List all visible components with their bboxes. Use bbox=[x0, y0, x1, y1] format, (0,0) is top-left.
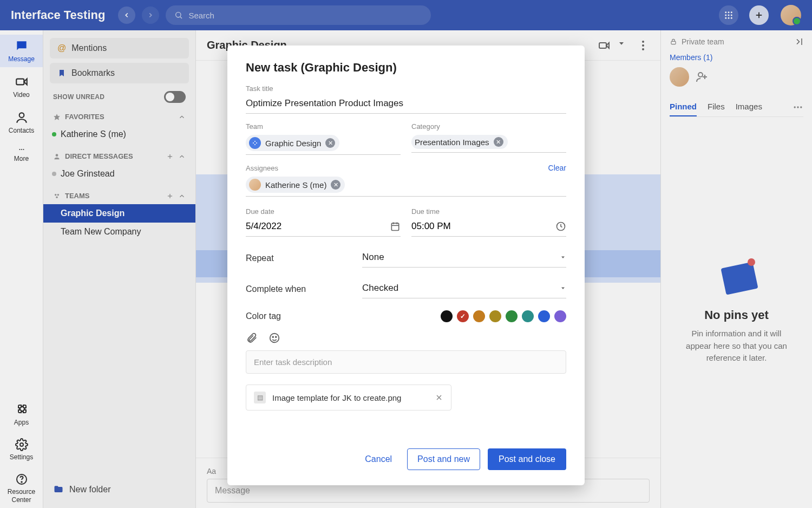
color-swatch[interactable] bbox=[473, 310, 485, 322]
due-time-input[interactable] bbox=[411, 221, 555, 232]
category-chip: Presentation Images ✕ bbox=[411, 135, 508, 149]
emoji-button[interactable] bbox=[269, 332, 280, 344]
svg-point-57 bbox=[272, 336, 273, 337]
description-input[interactable]: Enter task description bbox=[246, 350, 566, 374]
due-time-field[interactable] bbox=[411, 218, 566, 237]
calendar-icon[interactable] bbox=[390, 221, 401, 232]
dropdown-icon bbox=[560, 254, 566, 260]
due-date-label: Due date bbox=[246, 207, 401, 216]
complete-when-select[interactable]: Checked bbox=[362, 279, 566, 298]
team-chip: Graphic Design ✕ bbox=[246, 135, 339, 151]
svg-point-46 bbox=[254, 141, 256, 142]
assignees-label: Assignees bbox=[246, 164, 278, 172]
color-tag-label: Color tag bbox=[246, 311, 441, 321]
color-swatch[interactable] bbox=[522, 310, 534, 322]
team-label: Team bbox=[246, 122, 401, 131]
color-swatch[interactable] bbox=[489, 310, 501, 322]
attachment-name: Image template for JK to create.png bbox=[272, 393, 428, 402]
svg-point-45 bbox=[253, 142, 254, 144]
svg-point-48 bbox=[254, 144, 256, 145]
color-swatch[interactable] bbox=[554, 310, 566, 322]
cancel-button[interactable]: Cancel bbox=[357, 448, 400, 470]
remove-team-chip[interactable]: ✕ bbox=[325, 138, 335, 148]
svg-rect-49 bbox=[391, 223, 398, 230]
complete-when-label: Complete when bbox=[246, 284, 351, 294]
svg-marker-55 bbox=[561, 288, 565, 290]
color-swatches bbox=[441, 310, 566, 322]
assignees-field[interactable]: Katherine S (me) ✕ bbox=[246, 174, 566, 197]
modal-overlay: New task (Graphic Design) Task title Tea… bbox=[0, 0, 812, 508]
due-date-field[interactable] bbox=[246, 218, 401, 237]
team-field[interactable]: Graphic Design ✕ bbox=[246, 133, 401, 155]
assignee-chip: Katherine S (me) ✕ bbox=[246, 177, 345, 193]
clear-assignees-button[interactable]: Clear bbox=[548, 164, 566, 172]
new-task-modal: New task (Graphic Design) Task title Tea… bbox=[227, 45, 585, 485]
attach-button[interactable] bbox=[246, 332, 258, 344]
svg-point-56 bbox=[270, 334, 279, 343]
color-swatch[interactable] bbox=[457, 310, 469, 322]
remove-attachment-button[interactable] bbox=[435, 393, 443, 402]
color-swatch[interactable] bbox=[441, 310, 453, 322]
color-swatch[interactable] bbox=[506, 310, 518, 322]
category-field[interactable]: Presentation Images ✕ bbox=[411, 133, 566, 153]
dropdown-icon bbox=[560, 285, 566, 291]
svg-point-58 bbox=[276, 336, 277, 337]
due-time-label: Due time bbox=[411, 207, 566, 216]
category-label: Category bbox=[411, 122, 566, 131]
task-title-input[interactable] bbox=[246, 95, 566, 114]
remove-category-chip[interactable]: ✕ bbox=[494, 137, 503, 147]
svg-marker-54 bbox=[561, 257, 565, 259]
assignee-avatar bbox=[249, 179, 261, 191]
color-swatch[interactable] bbox=[538, 310, 550, 322]
attachment-item: ▤ Image template for JK to create.png bbox=[246, 385, 451, 411]
remove-assignee-chip[interactable]: ✕ bbox=[331, 180, 340, 190]
post-and-new-button[interactable]: Post and new bbox=[407, 448, 480, 470]
modal-title: New task (Graphic Design) bbox=[246, 61, 566, 75]
task-title-label: Task title bbox=[246, 84, 566, 93]
svg-point-47 bbox=[256, 142, 257, 144]
clock-icon[interactable] bbox=[555, 221, 566, 232]
post-and-close-button[interactable]: Post and close bbox=[488, 448, 566, 470]
file-icon: ▤ bbox=[254, 392, 266, 403]
team-chip-icon bbox=[249, 137, 261, 149]
repeat-select[interactable]: None bbox=[362, 249, 566, 268]
repeat-label: Repeat bbox=[246, 253, 351, 263]
due-date-input[interactable] bbox=[246, 221, 390, 232]
